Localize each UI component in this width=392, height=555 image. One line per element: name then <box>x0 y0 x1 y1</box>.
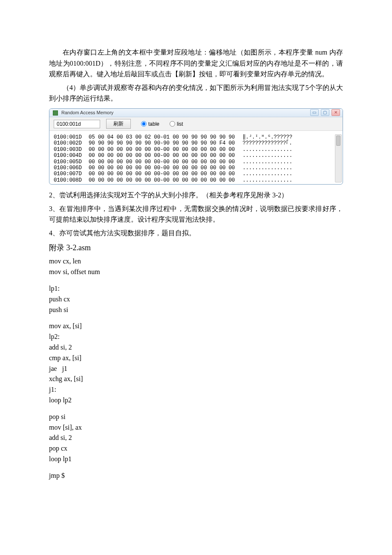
radio-list-input[interactable] <box>170 121 175 127</box>
memory-scrollbar[interactable] <box>335 134 342 182</box>
maximize-icon[interactable]: ▢ <box>321 109 329 116</box>
paragraph-q3: 3、在冒泡排序中，当遇到某次排序过程中，无需数据交换的情况时，说明数据已按要求排… <box>49 203 343 225</box>
paragraph-q4: 4、亦可尝试其他方法实现数据排序，题目自拟。 <box>49 228 343 239</box>
code-block-1: mov cx, len mov si, offset num <box>49 256 343 278</box>
address-input[interactable] <box>54 120 100 128</box>
code-block-5: jmp $ <box>49 471 343 481</box>
code-block-3: mov ax, [si] lp2: add si, 2 cmp ax, [si]… <box>49 321 343 405</box>
paragraph-intro: 在内存窗口左上角的文本框中变量对应段地址：偏移地址（如图所示，本程序变量 num… <box>49 47 343 80</box>
memory-bytes: 05 00 04 00 03 00 02 00-01 00 90 90 90 9… <box>89 134 235 183</box>
scrollbar-thumb[interactable] <box>336 136 340 146</box>
appendix-title: 附录 3-2.asm <box>49 243 343 253</box>
refresh-button[interactable]: 刷新 <box>106 119 131 129</box>
memory-toolbar: 刷新 table list <box>49 117 343 131</box>
radio-list-label: list <box>177 121 183 127</box>
radio-table-label: table <box>148 121 159 127</box>
radio-table[interactable]: table <box>141 121 159 127</box>
radio-list[interactable]: list <box>170 121 183 127</box>
code-block-2: lp1: push cx push si <box>49 283 343 315</box>
paragraph-q2: 2、尝试利用选择法实现对五个字的从大到小排序。（相关参考程序见附录 3-2） <box>49 190 343 201</box>
paragraph-step4: （4）单步调试并观察寄存器和内存的变化情况，如下图所示为利用冒泡法实现了5个字的… <box>49 82 343 104</box>
memory-addresses: 0100:001D 0100:002D 0100:003D 0100:004D … <box>54 134 89 183</box>
memory-window: Random Access Memory ▭ ▢ ✕ 刷新 table list… <box>49 108 343 185</box>
memory-titlebar: Random Access Memory ▭ ▢ ✕ <box>49 109 343 117</box>
radio-table-input[interactable] <box>141 121 147 127</box>
memory-title-text: Random Access Memory <box>61 110 113 115</box>
code-block-4: pop si mov [si], ax add si, 2 pop cx loo… <box>49 412 343 465</box>
memory-ascii: ‖.ᴶ.ᴵ.ᴴ.ᴳ.?????? ??????????????｢. ......… <box>242 134 292 183</box>
close-icon[interactable]: ✕ <box>331 109 340 116</box>
window-controls: ▭ ▢ ✕ <box>309 109 340 116</box>
memory-dump: 0100:001D 0100:002D 0100:003D 0100:004D … <box>49 131 343 184</box>
minimize-icon[interactable]: ▭ <box>310 109 319 116</box>
memory-icon <box>53 110 58 116</box>
